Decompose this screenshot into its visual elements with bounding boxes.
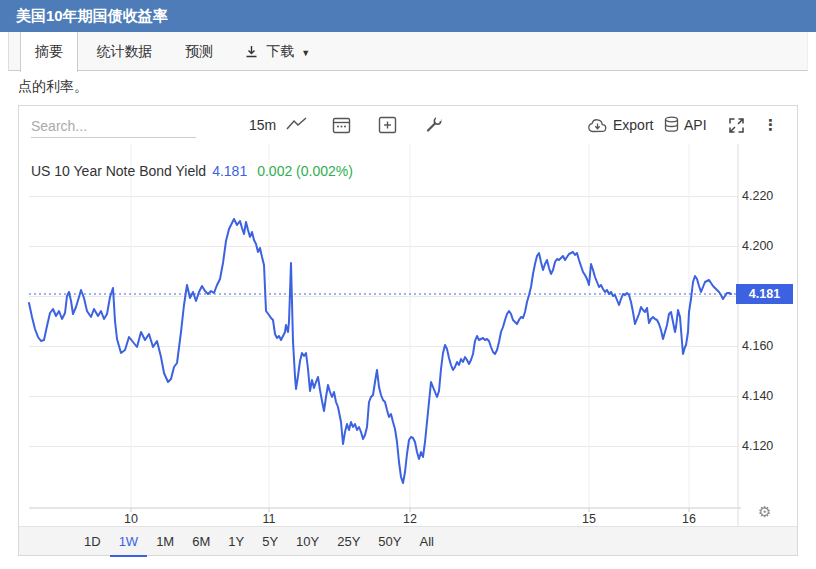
period-button-6m[interactable]: 6M (183, 527, 219, 556)
export-button[interactable]: Export (587, 106, 653, 144)
tab-statistics-label: 统计数据 (96, 43, 152, 59)
page-title: 美国10年期国债收益率 (0, 0, 816, 32)
intro-text: 点的利率。 (18, 78, 88, 96)
series-name: US 10 Year Note Bond Yield (31, 163, 206, 179)
x-axis-label: 16 (669, 512, 709, 526)
period-button-25y[interactable]: 25Y (328, 527, 369, 556)
api-label: API (684, 117, 707, 133)
tab-summary[interactable]: 摘要 (20, 32, 78, 72)
chart-widget: 15m Export API ⋮ US 10 Year Note Bond Yi… (18, 105, 798, 556)
api-button[interactable]: API (664, 106, 707, 144)
period-button-5y[interactable]: 5Y (253, 527, 287, 556)
chevron-down-icon: ▼ (301, 48, 310, 58)
y-axis-label: 4.220 (742, 189, 794, 203)
period-selector: 1D1W1M6M1Y5Y10Y25Y50YAll (19, 526, 797, 555)
search-input[interactable] (31, 114, 196, 138)
y-axis-label: 4.200 (742, 239, 794, 253)
download-icon (245, 34, 258, 73)
tab-summary-label: 摘要 (35, 43, 63, 59)
calendar-icon[interactable] (332, 116, 351, 138)
x-axis-label: 12 (390, 512, 430, 526)
period-button-1d[interactable]: 1D (75, 527, 110, 556)
wrench-icon[interactable] (424, 116, 443, 138)
series-line (29, 219, 731, 483)
cloud-export-icon (587, 118, 608, 134)
x-axis-label: 10 (111, 512, 151, 526)
y-axis-label: 4.140 (742, 389, 794, 403)
app-header: 美国10年期国债收益率 (0, 0, 816, 32)
tab-bar: 摘要 统计数据 预测 下载 ▼ (8, 32, 808, 71)
period-button-1y[interactable]: 1Y (219, 527, 253, 556)
interval-button[interactable]: 15m (249, 106, 276, 144)
period-button-all[interactable]: All (410, 527, 442, 556)
tab-forecast[interactable]: 预测 (171, 32, 227, 72)
chart-canvas[interactable] (19, 144, 797, 529)
fullscreen-icon[interactable] (728, 117, 745, 138)
tab-download-label: 下载 (266, 43, 294, 59)
period-button-1m[interactable]: 1M (147, 527, 183, 556)
add-compare-icon[interactable] (378, 116, 397, 138)
tab-download[interactable]: 下载 ▼ (231, 32, 324, 72)
period-button-1w[interactable]: 1W (110, 528, 148, 557)
export-label: Export (613, 117, 653, 133)
current-value-badge: 4.181 (736, 284, 793, 304)
price-change: 0.002 (0.002%) (257, 163, 353, 179)
last-price: 4.181 (212, 163, 247, 179)
kebab-menu-icon[interactable]: ⋮ (763, 106, 778, 144)
line-chart-icon[interactable] (286, 116, 308, 136)
chart-legend: US 10 Year Note Bond Yield4.1810.002 (0.… (31, 163, 353, 179)
y-axis-label: 4.160 (742, 339, 794, 353)
period-button-10y[interactable]: 10Y (287, 527, 328, 556)
x-axis-label: 15 (569, 512, 609, 526)
tab-statistics[interactable]: 统计数据 (82, 32, 166, 72)
y-axis-label: 4.120 (742, 439, 794, 453)
gear-icon[interactable]: ⚙ (758, 503, 771, 521)
database-icon (664, 116, 679, 133)
x-axis-label: 11 (249, 512, 289, 526)
tab-forecast-label: 预测 (185, 43, 213, 59)
period-button-50y[interactable]: 50Y (369, 527, 410, 556)
